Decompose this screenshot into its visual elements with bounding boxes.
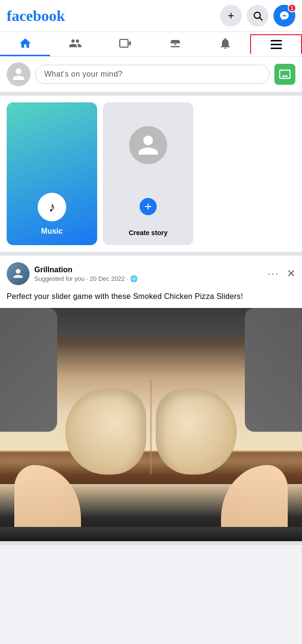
- post-more-button[interactable]: ···: [268, 268, 279, 280]
- post-close-button[interactable]: ✕: [287, 268, 295, 280]
- user-avatar-icon: [11, 67, 26, 81]
- nav-menu[interactable]: [250, 34, 302, 54]
- user-avatar: [7, 62, 30, 86]
- create-story-avatar-icon: [136, 133, 160, 157]
- search-button[interactable]: [247, 5, 269, 27]
- home-icon: [19, 37, 32, 50]
- post-text: Perfect your slider game with these Smok…: [0, 289, 302, 308]
- story-music[interactable]: ♪ Music: [7, 102, 97, 245]
- photo-button[interactable]: [274, 64, 295, 85]
- messenger-button[interactable]: 1: [273, 5, 295, 27]
- svg-point-4: [16, 269, 20, 274]
- marketplace-icon: [169, 37, 182, 50]
- create-story-label: Create story: [129, 229, 168, 237]
- post-card: Grillnation Suggested for you · 20 Dec 2…: [0, 256, 302, 545]
- header-icon-group: + 1: [220, 5, 295, 27]
- music-note-icon: ♪: [49, 199, 55, 215]
- nav-notifications[interactable]: [200, 32, 250, 56]
- messenger-badge: 1: [288, 4, 296, 12]
- create-story-avatar: [129, 126, 167, 164]
- svg-line-1: [260, 18, 262, 20]
- what-on-mind-input[interactable]: What's on your mind?: [35, 65, 270, 84]
- food-image-sim: [0, 308, 302, 541]
- post-avatar-icon: [11, 267, 25, 281]
- post-author-avatar: [7, 262, 30, 285]
- post-header: Grillnation Suggested for you · 20 Dec 2…: [0, 256, 302, 289]
- video-icon: [119, 37, 132, 50]
- photo-icon: [279, 68, 291, 80]
- header: facebook + 1: [0, 0, 302, 32]
- friends-icon: [69, 37, 82, 50]
- post-author-name: Grillnation: [34, 266, 263, 274]
- nav-video[interactable]: [100, 32, 150, 56]
- music-story-icon: ♪: [38, 193, 66, 221]
- add-button[interactable]: +: [220, 5, 242, 27]
- svg-rect-2: [120, 40, 128, 47]
- bell-icon: [219, 37, 232, 50]
- nav-marketplace[interactable]: [150, 32, 200, 56]
- post-subtitle-text: Suggested for you · 20 Dec 2022 · 🌐: [34, 275, 138, 282]
- search-icon: [252, 10, 263, 21]
- create-story-plus-button[interactable]: [138, 197, 158, 217]
- music-story-label: Music: [41, 227, 62, 236]
- post-meta: Grillnation Suggested for you · 20 Dec 2…: [34, 266, 263, 282]
- navbar: [0, 32, 302, 57]
- messenger-icon: [279, 10, 290, 21]
- add-icon: +: [228, 9, 234, 22]
- nav-home[interactable]: [0, 32, 50, 56]
- story-create[interactable]: Create story: [103, 102, 193, 245]
- post-bar: What's on your mind?: [0, 57, 302, 96]
- plus-icon: [143, 201, 153, 212]
- post-image: [0, 308, 302, 541]
- menu-icon: [271, 40, 282, 49]
- stories-section: ♪ Music Create story: [0, 96, 302, 256]
- facebook-logo: facebook: [7, 7, 65, 25]
- post-subtitle: Suggested for you · 20 Dec 2022 · 🌐: [34, 275, 263, 282]
- post-actions: ··· ✕: [268, 268, 295, 280]
- nav-friends[interactable]: [50, 32, 100, 56]
